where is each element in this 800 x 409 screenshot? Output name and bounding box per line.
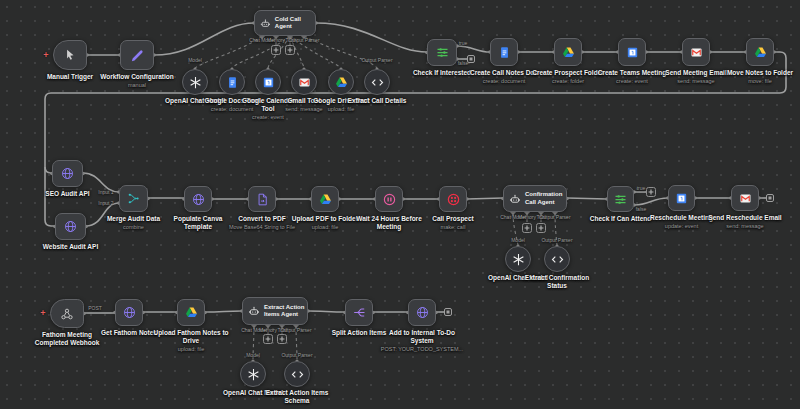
node-teams_meeting[interactable] [618, 38, 646, 66]
trigger-pin-marker: + [43, 50, 48, 60]
globe-icon [63, 219, 78, 234]
node-send_resched[interactable] [731, 185, 759, 211]
code-icon [550, 252, 565, 267]
node-get_fathom[interactable] [115, 299, 143, 326]
split-icon [352, 305, 367, 320]
node-convert_pdf[interactable] [248, 186, 276, 212]
node-reschedule[interactable] [668, 185, 695, 211]
agent-node-title: Cold Call Agent [275, 16, 315, 30]
merge-icon [126, 191, 141, 206]
agent-node-title: Confirmation Call Agent [525, 191, 562, 205]
gdrive-icon [184, 305, 199, 320]
gdrive-icon [318, 192, 333, 207]
gmail-icon [738, 191, 753, 206]
webhook-icon [60, 307, 74, 321]
gmail-icon [689, 45, 704, 60]
globe-icon [415, 305, 430, 320]
node-add_todo[interactable] [408, 299, 436, 326]
node-merge_audit[interactable] [119, 185, 148, 212]
node-check_interested[interactable] [427, 39, 457, 66]
openai-icon [511, 252, 526, 267]
globe-icon [191, 192, 206, 207]
gmail-icon [297, 75, 312, 90]
node-website_audit[interactable] [55, 213, 86, 240]
pencil-icon [130, 48, 145, 63]
code-icon [290, 367, 305, 382]
node-fathom_webhook[interactable] [50, 299, 84, 328]
node-move_notes[interactable] [746, 38, 774, 66]
robot-icon [509, 193, 521, 205]
filter-icon [435, 45, 450, 60]
node-split_action[interactable] [345, 299, 373, 326]
code-icon [370, 75, 385, 90]
node-create_folder[interactable] [554, 38, 582, 66]
node-seo_audit[interactable] [52, 160, 83, 187]
node-extract_conf[interactable] [544, 246, 570, 272]
pause-icon [382, 192, 397, 207]
node-upload_fathom[interactable] [177, 299, 205, 326]
openai-icon [188, 75, 203, 90]
robot-icon [260, 17, 271, 29]
globe-icon [60, 166, 75, 181]
agent-node-title: Extract Action Items Agent [264, 304, 304, 318]
node-meeting_email[interactable] [682, 38, 710, 66]
gdrive-icon [561, 45, 576, 60]
node-extract_call[interactable] [364, 69, 390, 95]
node-gcal_tool[interactable] [255, 69, 281, 95]
node-call_prospect[interactable] [439, 186, 467, 212]
node-create_notes[interactable] [490, 38, 518, 66]
node-upload_pdf[interactable] [311, 186, 339, 212]
node-extract_agent[interactable]: Extract Action Items Agent [242, 297, 308, 325]
gdocs-icon [225, 75, 240, 90]
gcal-icon [261, 75, 276, 90]
openai-icon [246, 367, 261, 382]
node-gmail_tool[interactable] [291, 69, 317, 95]
twilio-icon [446, 192, 461, 207]
node-populate_canva[interactable] [184, 186, 212, 212]
node-manual_trigger[interactable] [53, 40, 87, 70]
gdrive-icon [753, 45, 768, 60]
node-cold_call_agent[interactable]: Cold Call Agent [254, 10, 316, 36]
workflow-canvas[interactable]: Manual TriggerWorkflow Configurationmanu… [0, 0, 800, 409]
globe-icon [122, 305, 137, 320]
node-openai_2[interactable] [505, 246, 531, 272]
gcal-icon [674, 191, 689, 206]
cursor-icon [63, 48, 77, 62]
node-extract_schema[interactable] [284, 361, 310, 387]
node-openai_1[interactable] [182, 69, 208, 95]
node-confirmation_agent[interactable]: Confirmation Call Agent [503, 185, 567, 212]
node-check_attend[interactable] [607, 186, 634, 212]
gcal-icon [625, 45, 640, 60]
node-wait24[interactable] [375, 186, 403, 212]
filter-icon [613, 192, 628, 207]
file-icon [255, 192, 270, 207]
trigger-pin-marker: + [40, 308, 45, 318]
gdrive-icon [334, 75, 349, 90]
node-gdrive_tool[interactable] [328, 69, 354, 95]
gdocs-icon [497, 45, 512, 60]
node-workflow_config[interactable] [120, 40, 154, 70]
robot-icon [248, 305, 260, 317]
node-gdocs_tool[interactable] [219, 69, 245, 95]
node-openai_3[interactable] [240, 361, 266, 387]
